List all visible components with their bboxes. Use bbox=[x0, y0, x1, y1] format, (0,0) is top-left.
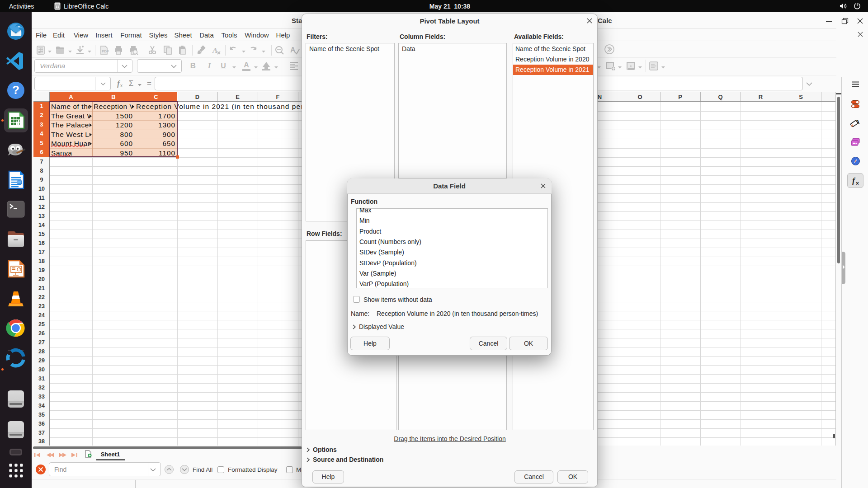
svg-text:?: ? bbox=[12, 83, 19, 97]
svg-text:PDF: PDF bbox=[102, 49, 109, 53]
svg-text:A: A bbox=[212, 46, 217, 55]
